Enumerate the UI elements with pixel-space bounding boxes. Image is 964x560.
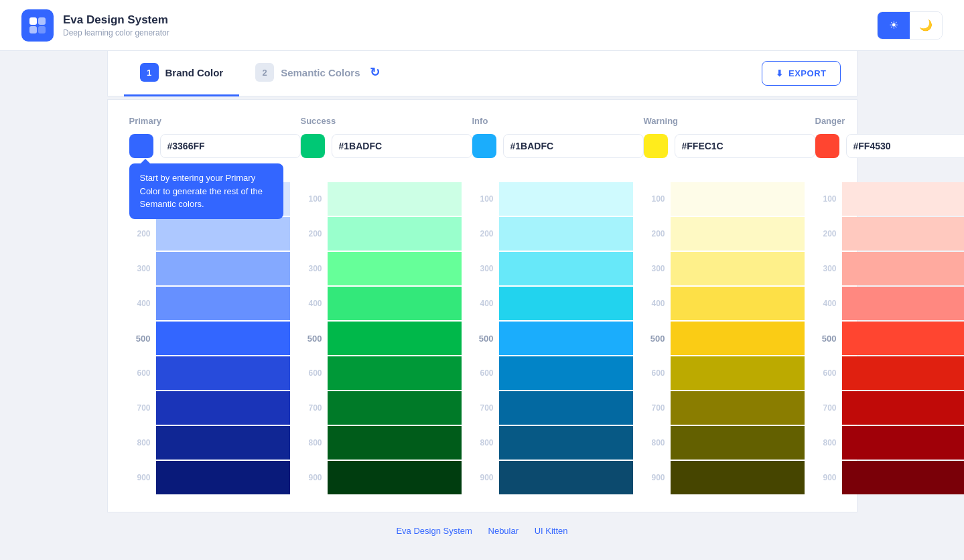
header-left: Eva Design System Deep learning color ge… [21,9,169,42]
success-header: Success 🔒 [295,116,467,169]
info-swatch-600 [499,356,633,390]
primary-input-row: Start by entering your Primary Color to … [129,134,290,158]
danger-hex-input[interactable] [846,134,965,158]
info-swatch [472,134,496,158]
swatch-row: 300 [472,252,633,285]
tab-semantic-colors[interactable]: 2 Semantic Colors ↻ [239,51,395,96]
color-swatches-grid: 100 200 300 400 500 600 700 800 900 100 … [124,182,841,496]
swatch-row: 600 [301,356,462,390]
swatch-row: 900 [472,461,633,494]
swatch-row: 600 [129,356,290,390]
primary-swatch-200 [156,217,290,251]
logo [21,9,54,42]
swatch-row: 500 [301,322,462,355]
success-swatch [301,134,325,158]
swatch-row: 700 [815,391,965,425]
success-hex-input[interactable] [332,134,472,158]
swatch-row: 700 [129,391,290,425]
info-swatch-300 [499,252,633,285]
info-swatch-500 [499,322,633,355]
info-hex-input[interactable] [503,134,644,158]
swatch-row: 100 [129,182,290,216]
header-title: Eva Design System [63,13,169,27]
warning-swatch-200 [671,217,805,251]
success-swatch-500 [328,322,462,355]
primary-swatch-700 [156,391,290,425]
swatch-row: 600 [644,356,805,390]
moon-icon: 🌙 [919,19,933,31]
svg-rect-3 [38,26,46,33]
success-swatch-400 [328,287,462,320]
warning-swatch-100 [671,182,805,216]
primary-swatch-500 [156,322,290,355]
swatch-row: 600 [815,356,965,390]
svg-rect-2 [29,26,37,33]
warning-label: Warning [644,116,805,126]
swatch-row: 300 [301,252,462,285]
warning-swatch [644,134,668,158]
swatch-row: 300 [129,252,290,285]
swatch-row: 800 [301,426,462,460]
success-swatch-700 [328,391,462,425]
swatch-row: 200 [472,217,633,251]
swatch-row: 400 [644,287,805,320]
primary-swatch-100 [156,182,290,216]
swatch-row: 700 [644,391,805,425]
tab-brand-color[interactable]: 1 Brand Color [124,51,240,96]
danger-swatch [815,134,839,158]
danger-swatch-400 [842,287,965,320]
swatch-row: 200 [129,217,290,251]
tab-semantic-colors-label: Semantic Colors [281,67,360,78]
tab-brand-color-label: Brand Color [165,67,224,78]
success-swatch-200 [328,217,462,251]
danger-swatch-200 [842,217,965,251]
swatch-row: 400 [301,287,462,320]
info-header: Info 🔒 [467,116,638,169]
primary-hex-input[interactable] [160,134,301,158]
danger-label: Danger [815,116,965,126]
export-button[interactable]: ⬇ EXPORT [762,61,841,86]
tab-semantic-colors-num: 2 [255,63,274,82]
theme-toggle: ☀ 🌙 [877,11,943,40]
danger-swatch-600 [842,356,965,390]
footer-link-nebular[interactable]: Nebular [488,526,519,536]
swatch-row: 200 [301,217,462,251]
swatch-row: 800 [644,426,805,460]
theme-dark-button[interactable]: 🌙 [910,12,942,39]
swatch-row: 900 [815,461,965,494]
header: Eva Design System Deep learning color ge… [0,0,964,51]
tabs-bar: 1 Brand Color 2 Semantic Colors ↻ ⬇ EXPO… [107,51,857,96]
danger-header: Danger 🔒 [810,116,965,169]
swatch-row: 500 [644,322,805,355]
header-subtitle: Deep learning color generator [63,28,169,38]
swatch-row: 500 [815,322,965,355]
swatch-row: 800 [815,426,965,460]
main-content: 1 Brand Color 2 Semantic Colors ↻ ⬇ EXPO… [54,51,911,512]
primary-header: Primary Start by entering your Primary C… [124,116,295,169]
swatch-row: 100 [815,182,965,216]
swatch-row: 200 [815,217,965,251]
footer-link-eva[interactable]: Eva Design System [396,526,472,536]
primary-swatch-400 [156,287,290,320]
info-swatch-800 [499,426,633,460]
info-swatch-100 [499,182,633,216]
warning-swatch-700 [671,391,805,425]
warning-input-row: 🔒 [644,134,805,158]
color-headers: Primary Start by entering your Primary C… [124,116,841,169]
refresh-icon[interactable]: ↻ [370,65,380,80]
success-input-row: 🔒 [301,134,462,158]
download-icon: ⬇ [776,68,784,78]
danger-input-row: 🔒 [815,134,965,158]
color-sections: Primary Start by entering your Primary C… [107,99,857,512]
theme-light-button[interactable]: ☀ [878,12,910,39]
warning-swatch-500 [671,322,805,355]
header-brand-info: Eva Design System Deep learning color ge… [63,13,169,38]
warning-hex-input[interactable] [675,134,815,158]
footer-link-uikitten[interactable]: UI Kitten [535,526,568,536]
primary-swatch-300 [156,252,290,285]
danger-swatch-800 [842,426,965,460]
swatch-row: 300 [644,252,805,285]
swatch-row: 400 [815,287,965,320]
swatch-row: 100 [472,182,633,216]
info-label: Info [472,116,633,126]
